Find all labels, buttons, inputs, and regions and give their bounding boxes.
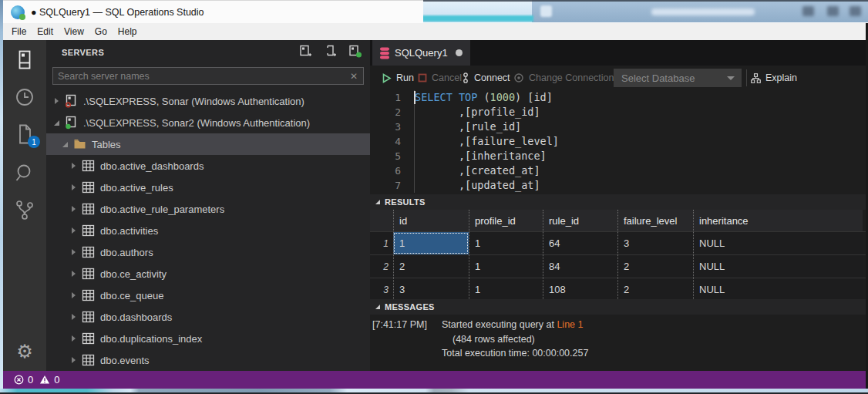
grid-cell[interactable]: 64 xyxy=(543,232,617,254)
collapsed-arrow-icon[interactable] xyxy=(69,335,78,342)
tree-item--sqlexpress-sonar2-windows-authentication-[interactable]: .\SQLEXPRESS, Sonar2 (Windows Authentica… xyxy=(46,112,370,133)
grid-cell[interactable]: 2 xyxy=(617,255,693,278)
search-icon[interactable] xyxy=(14,162,35,184)
servers-icon[interactable] xyxy=(14,49,35,71)
tree-item-label: dbo.authors xyxy=(100,247,153,258)
tree-item-label: dbo.events xyxy=(100,355,150,366)
menu-go[interactable]: Go xyxy=(89,23,113,40)
code-line-3[interactable]: 3 ,[rule_id] xyxy=(370,120,866,134)
tree-item-dbo-ce-queue[interactable]: dbo.ce_queue xyxy=(46,285,370,306)
dirty-indicator-icon[interactable] xyxy=(456,49,463,56)
code-line-2[interactable]: 2 ,[profile_id] xyxy=(370,105,866,120)
grid-cell[interactable]: NULL xyxy=(693,255,863,278)
row-number[interactable]: 2 xyxy=(370,255,393,278)
column-header-profile_id[interactable]: profile_id xyxy=(469,210,543,231)
expanded-arrow-icon[interactable] xyxy=(52,120,61,126)
grid-cell[interactable]: 3 xyxy=(393,278,469,301)
grid-cell[interactable]: 1 xyxy=(469,255,543,278)
explain-button[interactable]: Explain xyxy=(751,66,797,90)
tree-item-dbo-active-rules[interactable]: dbo.active_rules xyxy=(46,177,370,198)
row-number[interactable]: 1 xyxy=(370,232,393,254)
tree-item-dbo-active-rule-parameters[interactable]: dbo.active_rule_parameters xyxy=(46,198,370,220)
collapsed-arrow-icon[interactable] xyxy=(52,98,61,104)
messages-panel-header[interactable]: MESSAGES xyxy=(370,299,866,315)
grid-cell[interactable]: 108 xyxy=(543,278,617,301)
grid-cell[interactable]: 2 xyxy=(393,255,469,278)
new-connection-icon[interactable] xyxy=(299,45,312,59)
tree-item-dbo-authors[interactable]: dbo.authors xyxy=(46,241,370,263)
run-button[interactable]: Run xyxy=(382,66,414,90)
clear-search-icon[interactable]: ✕ xyxy=(350,71,363,82)
grid-cell[interactable]: 1 xyxy=(469,278,543,301)
tree-item-tables[interactable]: Tables xyxy=(46,133,370,155)
menu-edit[interactable]: Edit xyxy=(32,23,59,40)
grid-cell[interactable]: 84 xyxy=(543,255,617,278)
code-line-1[interactable]: 1SELECT TOP (1000) [id] xyxy=(370,90,866,105)
grid-corner-cell[interactable] xyxy=(370,210,393,231)
collapsed-arrow-icon[interactable] xyxy=(69,163,78,169)
change-connection-button[interactable]: Change Connection xyxy=(513,66,614,90)
window-left-border xyxy=(0,0,3,394)
collapsed-arrow-icon[interactable] xyxy=(69,184,78,190)
code-line-7[interactable]: 7 ,[updated_at] xyxy=(370,178,866,193)
collapsed-arrow-icon[interactable] xyxy=(69,206,78,212)
tree-item-dbo-activities[interactable]: dbo.activities xyxy=(46,220,370,241)
gear-icon[interactable]: ⚙ xyxy=(14,341,35,362)
messages-title: MESSAGES xyxy=(385,302,435,311)
tree-item-label: dbo.ce_queue xyxy=(100,290,163,301)
menu-file[interactable]: File xyxy=(6,23,32,40)
grid-row-3: 3311082NULL xyxy=(370,278,866,301)
code-editor[interactable]: 1SELECT TOP (1000) [id]2 ,[profile_id]3 … xyxy=(370,90,866,194)
source-control-icon[interactable] xyxy=(14,199,35,221)
tree-item-dbo-ce-activity[interactable]: dbo.ce_activity xyxy=(46,263,370,285)
connect-button[interactable]: Connect xyxy=(462,66,510,90)
grid-cell[interactable]: 2 xyxy=(617,278,693,301)
grid-cell[interactable]: 3 xyxy=(617,232,693,254)
grid-cell[interactable]: 1 xyxy=(393,232,469,254)
active-connections-icon[interactable] xyxy=(348,45,362,59)
table-icon xyxy=(82,332,95,345)
grid-cell[interactable]: 1 xyxy=(469,232,543,254)
tree-item-dbo-active-dashboards[interactable]: dbo.active_dashboards xyxy=(46,155,370,177)
tree-item-dbo-events[interactable]: dbo.events xyxy=(46,349,370,371)
collapsed-arrow-icon[interactable] xyxy=(69,249,78,255)
tree-item-dbo-duplications-index[interactable]: dbo.duplications_index xyxy=(46,328,370,349)
line-number: 4 xyxy=(370,134,401,149)
search-input[interactable] xyxy=(53,71,350,82)
close-icon[interactable] xyxy=(849,6,861,16)
tab-sqlquery1[interactable]: SQLQuery1 xyxy=(372,40,470,66)
tree-item-dbo-dashboards[interactable]: dbo.dashboards xyxy=(46,306,370,328)
warnings-status[interactable]: 0 xyxy=(39,374,59,386)
menu-view[interactable]: View xyxy=(59,23,89,40)
maximize-icon[interactable] xyxy=(827,6,839,16)
code-line-5[interactable]: 5 ,[inheritance] xyxy=(370,149,866,163)
menu-help[interactable]: Help xyxy=(113,23,143,40)
results-panel-header[interactable]: RESULTS xyxy=(370,194,866,210)
collapsed-arrow-icon[interactable] xyxy=(69,314,78,320)
expanded-arrow-icon[interactable] xyxy=(60,142,69,147)
new-server-group-icon[interactable] xyxy=(324,45,337,59)
grid-cell[interactable]: NULL xyxy=(693,278,863,301)
column-header-rule_id[interactable]: rule_id xyxy=(543,210,617,231)
code-line-6[interactable]: 6 ,[created_at] xyxy=(370,163,866,178)
code-line-4[interactable]: 4 ,[failure_level] xyxy=(370,134,866,149)
cancel-button[interactable]: Cancel xyxy=(418,66,462,90)
column-header-id[interactable]: id xyxy=(393,210,469,231)
database-dropdown[interactable]: Select Database xyxy=(614,69,742,87)
task-history-icon[interactable] xyxy=(14,86,35,108)
tab-bar: SQLQuery1 xyxy=(370,40,866,66)
tree-item--sqlexpress-sonar-windows-authentication-[interactable]: .\SQLEXPRESS, Sonar (Windows Authenticat… xyxy=(46,90,370,112)
column-header-failure_level[interactable]: failure_level xyxy=(617,210,693,231)
collapsed-arrow-icon[interactable] xyxy=(69,271,78,277)
grid-cell[interactable]: NULL xyxy=(693,232,863,254)
column-header-inheritance[interactable]: inheritance xyxy=(693,210,863,231)
results-grid: idprofile_idrule_idfailure_levelinherita… xyxy=(370,210,866,301)
query-editor-icon[interactable]: 1 xyxy=(14,123,35,145)
collapsed-arrow-icon[interactable] xyxy=(69,357,78,363)
collapsed-arrow-icon[interactable] xyxy=(69,227,78,234)
row-number[interactable]: 3 xyxy=(370,278,393,301)
line-link[interactable]: Line 1 xyxy=(557,319,583,330)
minimize-icon[interactable] xyxy=(802,6,814,16)
collapsed-arrow-icon[interactable] xyxy=(69,292,78,298)
errors-status[interactable]: 0 xyxy=(14,374,33,386)
